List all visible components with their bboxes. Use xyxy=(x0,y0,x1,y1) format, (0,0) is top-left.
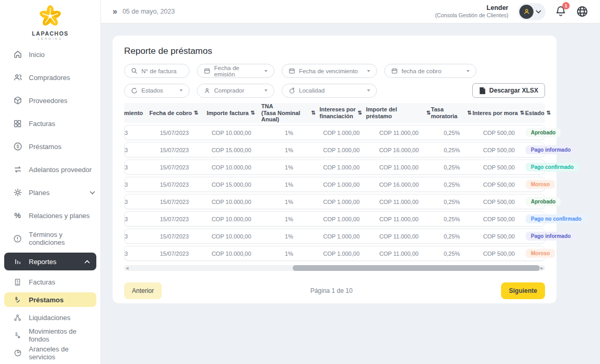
flower-logo-icon xyxy=(37,4,63,29)
table-body: 3 15/07/2023 COP 10.000,00 1% COP 1.000,… xyxy=(124,125,545,261)
invoice-number-filter[interactable]: N° de factura xyxy=(124,64,190,78)
cell-fecha-vencimiento-clipped: 3 xyxy=(125,130,148,136)
col-tasa-moratoria[interactable]: Tasa moratoria⇅ xyxy=(431,106,472,119)
notifications-button[interactable]: 1 xyxy=(555,5,566,18)
table-row[interactable]: 3 15/07/2023 COP 10.000,00 1% COP 1.000,… xyxy=(124,229,545,244)
cell-fecha-cobro: 15/07/2023 xyxy=(148,251,201,257)
scrollbar-thumb[interactable] xyxy=(293,265,540,271)
filter-label: Fecha de vencimiento xyxy=(299,68,358,74)
table-row[interactable]: 3 15/07/2023 COP 10.000,00 1% COP 1.000,… xyxy=(124,246,545,261)
col-fecha-cobro[interactable]: Fecha de cobro⇅ xyxy=(147,110,201,117)
scroll-right-icon[interactable]: ▶ xyxy=(541,265,543,271)
cell-estado: Pago informado xyxy=(526,145,576,154)
sidebar-item-label: Liquidaciones xyxy=(29,314,71,322)
sidebar-subitem-facturas[interactable]: $ Facturas xyxy=(0,273,101,291)
col-importe-factura[interactable]: Importe factura⇅ xyxy=(201,110,261,117)
sidebar-item-label: Reportes xyxy=(29,258,57,266)
table-row[interactable]: 3 15/07/2023 COP 10.000,00 1% COP 1.000,… xyxy=(124,194,545,209)
sidebar-item-label: Adelantos proveedor xyxy=(29,166,92,174)
emission-date-filter[interactable]: Fecha de emisión xyxy=(197,64,274,78)
sidebar-item-inicio[interactable]: Inicio xyxy=(0,43,101,66)
status-badge: Moroso xyxy=(526,180,555,189)
cell-estado: Pago informado xyxy=(526,232,576,241)
main-content: Reporte de préstamos N° de factura Fecha… xyxy=(101,24,600,364)
col-importe-prestamo[interactable]: Importe del préstamo⇅ xyxy=(366,106,431,119)
calendar-icon xyxy=(204,67,210,74)
caret-down-icon xyxy=(367,89,370,92)
caret-down-icon xyxy=(180,89,183,92)
sort-icon[interactable]: ⇅ xyxy=(427,110,431,116)
col-fecha-vencimiento-clipped[interactable]: miento xyxy=(124,110,147,117)
sidebar-item-proveedores[interactable]: Proveedores xyxy=(0,89,101,112)
cell-importe-prestamo: COP 11.000,00 xyxy=(366,164,431,170)
status-badge: Pago no confirmado xyxy=(526,214,587,223)
buyer-filter[interactable]: Comprador xyxy=(197,84,274,98)
sidebar-collapse-icon[interactable]: » xyxy=(113,7,117,16)
sidebar-item-compradores[interactable]: Compradores xyxy=(0,66,101,89)
sidebar-item-terminos-y-condiciones[interactable]: Términos y condiciones xyxy=(0,227,101,250)
cell-estado: Moroso xyxy=(526,249,555,258)
cell-intereses-financiacion: COP 1.000,00 xyxy=(316,233,366,240)
col-interes-mora[interactable]: Interes por mora⇅ xyxy=(472,110,525,117)
sidebar-subitem-prestamos[interactable]: $ Préstamos xyxy=(4,292,96,307)
filter-label: Localidad xyxy=(299,87,325,94)
sidebar-item-adelantos-proveedor[interactable]: Adelantos proveedor xyxy=(0,158,101,181)
due-date-filter[interactable]: Fecha de vencimiento xyxy=(282,64,377,78)
sidebar-subitem-aranceles-de-servicios[interactable]: Aranceles de servicios xyxy=(0,344,101,362)
sort-icon[interactable]: ⇅ xyxy=(358,110,362,116)
cell-fecha-vencimiento-clipped: 3 xyxy=(125,164,148,170)
table-row[interactable]: 3 15/07/2023 COP 10.000,00 1% COP 1.000,… xyxy=(124,211,545,226)
states-filter[interactable]: Estados xyxy=(124,84,190,98)
cell-fecha-cobro: 15/07/2023 xyxy=(148,233,201,240)
sort-icon[interactable]: ⇅ xyxy=(194,110,198,116)
cell-fecha-cobro: 15/07/2023 xyxy=(148,147,201,153)
sidebar-subitem-liquidaciones[interactable]: Liquidaciones xyxy=(0,309,101,326)
sort-icon[interactable]: ⇅ xyxy=(547,110,551,116)
grid-icon xyxy=(13,119,23,129)
cell-importe-factura: COP 10.000,00 xyxy=(201,251,262,257)
horizontal-scrollbar[interactable]: ◀ ▶ xyxy=(124,265,545,271)
sort-icon[interactable]: ⇅ xyxy=(251,110,255,116)
next-page-button[interactable]: Siguiente xyxy=(501,282,545,299)
download-xlsx-button[interactable]: Descargar XLSX xyxy=(472,83,545,98)
caret-down-icon xyxy=(367,70,370,72)
sidebar-item-label: Préstamos xyxy=(29,143,61,151)
language-globe-button[interactable] xyxy=(576,5,588,18)
users-icon xyxy=(13,73,23,83)
sort-icon[interactable]: ⇅ xyxy=(312,110,316,116)
sort-icon[interactable]: ⇅ xyxy=(468,110,472,116)
sidebar-item-label: Planes xyxy=(29,189,50,197)
calendar-icon xyxy=(288,67,295,74)
filter-label: Fecha de emisión xyxy=(214,65,261,77)
cell-importe-prestamo: COP 11.000,00 xyxy=(366,130,431,136)
sidebar-subitem-movimientos-de-fondos[interactable]: $ Movimientos de fondos xyxy=(0,326,101,344)
table-row[interactable]: 3 15/07/2023 COP 15.000,00 1% COP 1.000,… xyxy=(124,142,545,157)
col-estado[interactable]: Estado⇅ xyxy=(525,110,551,117)
sidebar-item-facturas[interactable]: Facturas xyxy=(0,112,101,135)
sidebar-item-planes[interactable]: Planes xyxy=(0,181,101,204)
table-row[interactable]: 3 15/07/2023 COP 15.000,00 1% COP 1.000,… xyxy=(124,177,545,192)
sidebar-item-prestamos[interactable]: $ Préstamos xyxy=(0,135,101,158)
sidebar-item-relaciones-y-planes[interactable]: % Relaciones y planes xyxy=(0,204,101,227)
table-row[interactable]: 3 15/07/2023 COP 10.000,00 1% COP 1.000,… xyxy=(124,125,545,140)
locality-filter[interactable]: Localidad xyxy=(282,84,377,98)
cell-importe-factura: COP 10.000,00 xyxy=(201,216,262,222)
cell-fecha-cobro: 15/07/2023 xyxy=(148,199,201,205)
sidebar-item-reportes[interactable]: Reportes xyxy=(4,253,96,270)
cell-fecha-vencimiento-clipped: 3 xyxy=(125,233,148,240)
table-row[interactable]: 3 15/07/2023 COP 10.000,00 1% COP 1.000,… xyxy=(124,160,545,175)
collection-date-filter[interactable]: fecha de cobro xyxy=(384,64,476,78)
sidebar-item-label: Términos y condiciones xyxy=(29,231,95,246)
avatar xyxy=(519,5,534,19)
globe-icon xyxy=(576,5,588,18)
scroll-left-icon[interactable]: ◀ xyxy=(126,265,128,271)
col-intereses-financiacion[interactable]: Intereses porfinanciación⇅ xyxy=(316,106,366,119)
previous-page-button[interactable]: Anterior xyxy=(124,282,162,299)
filter-label: N° de factura xyxy=(141,68,176,74)
download-label: Descargar XLSX xyxy=(490,87,538,94)
user-menu-button[interactable] xyxy=(518,3,546,20)
col-tna[interactable]: TNA(Tasa Nominal Anual)⇅ xyxy=(261,103,316,123)
sort-icon[interactable]: ⇅ xyxy=(520,110,524,116)
status-badge: Pago informado xyxy=(526,145,576,154)
pagination: Anterior Página 1 de 10 Siguiente xyxy=(124,282,545,299)
